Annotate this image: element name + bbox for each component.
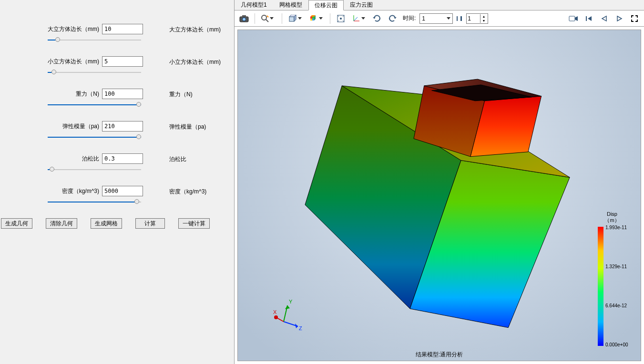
svg-line-5 bbox=[267, 16, 268, 17]
chevron-down-icon bbox=[270, 17, 274, 20]
first-frame-button[interactable] bbox=[582, 12, 595, 25]
frame-spinner[interactable]: ▲ ▼ bbox=[466, 13, 488, 24]
axes-dropdown[interactable] bbox=[349, 12, 368, 25]
legend-unit: （m） bbox=[604, 217, 619, 223]
fit-icon bbox=[337, 14, 345, 23]
tab-mesh[interactable]: 网格模型 bbox=[273, 0, 308, 10]
legend-tick: 6.644e-12 bbox=[605, 303, 627, 308]
svg-rect-17 bbox=[569, 16, 575, 21]
generate-geometry-button[interactable]: 生成几何 bbox=[1, 218, 32, 229]
skip-start-icon bbox=[585, 15, 593, 22]
time-label: 时间: bbox=[403, 14, 416, 22]
svg-line-4 bbox=[266, 20, 268, 22]
density-slider[interactable] bbox=[48, 199, 141, 205]
rotate-ccw-icon bbox=[388, 14, 397, 23]
video-camera-icon bbox=[569, 15, 578, 22]
legend-tick: 0.000e+00 bbox=[605, 342, 628, 347]
svg-point-3 bbox=[262, 15, 266, 20]
play-reverse-icon bbox=[601, 15, 607, 22]
svg-text:X: X bbox=[273, 309, 277, 315]
time-end-button[interactable] bbox=[455, 12, 464, 25]
cube-select-icon bbox=[288, 15, 297, 22]
gravity-slider[interactable] bbox=[48, 102, 141, 108]
expand-icon bbox=[631, 15, 638, 22]
svg-rect-8 bbox=[312, 17, 314, 19]
view-tabs: 几何模型1 网格模型 位移云图 应力云图 bbox=[235, 0, 644, 10]
colormap-dropdown[interactable] bbox=[307, 12, 326, 25]
rotate-ccw-button[interactable] bbox=[386, 12, 399, 25]
poisson-input[interactable] bbox=[102, 153, 143, 164]
small-cube-echo: 小立方体边长（mm) bbox=[169, 58, 221, 66]
calculate-button[interactable]: 计算 bbox=[135, 218, 165, 229]
zoom-dropdown[interactable] bbox=[259, 12, 278, 25]
poisson-slider[interactable] bbox=[48, 167, 141, 172]
rubik-cube-icon bbox=[309, 15, 318, 22]
emod-input[interactable] bbox=[102, 121, 143, 131]
big-cube-slider[interactable] bbox=[48, 37, 141, 43]
chevron-down-icon bbox=[298, 17, 302, 20]
color-legend: Disp（m） 1.993e-11 1.329e-11 6.644e-12 0.… bbox=[593, 211, 631, 346]
parameter-panel: 大立方体边长（mm) 大立方体边长（mm) 小立方体边长（mm) 小立方体边长（… bbox=[0, 0, 234, 364]
clear-geometry-button[interactable]: 清除几何 bbox=[46, 218, 77, 229]
magnifier-icon bbox=[261, 15, 269, 22]
svg-marker-29 bbox=[285, 305, 290, 309]
spin-down-icon[interactable]: ▼ bbox=[480, 19, 487, 23]
density-echo: 密度（kg/m^3) bbox=[169, 188, 206, 196]
chevron-down-icon bbox=[447, 17, 450, 20]
axis-triad-icon: X Y Z bbox=[273, 299, 307, 332]
emod-label: 弹性模量（pa) bbox=[44, 122, 102, 131]
fit-view-button[interactable] bbox=[334, 12, 348, 25]
small-cube-label: 小立方体边长（mm) bbox=[44, 58, 102, 66]
legend-tick: 1.993e-11 bbox=[605, 225, 627, 230]
play-button[interactable] bbox=[613, 12, 626, 25]
record-button[interactable] bbox=[567, 12, 580, 25]
legend-tick: 1.329e-11 bbox=[605, 264, 627, 269]
camera-icon bbox=[239, 15, 249, 22]
poisson-label: 泊松比 bbox=[44, 155, 102, 163]
svg-point-31 bbox=[274, 315, 278, 319]
gravity-label: 重力（N) bbox=[44, 90, 102, 98]
svg-rect-6 bbox=[289, 17, 294, 21]
rotate-cw-icon bbox=[373, 14, 381, 23]
svg-point-12 bbox=[340, 18, 342, 20]
viewer-toolbar: 时间: 1 ▲ ▼ bbox=[235, 10, 644, 27]
viewport-status: 结果模型:通用分析 bbox=[416, 351, 463, 359]
chevron-down-icon bbox=[361, 17, 365, 20]
fullscreen-button[interactable] bbox=[628, 12, 641, 25]
time-select[interactable]: 1 bbox=[419, 13, 453, 24]
step-end-icon bbox=[456, 15, 463, 22]
viewer-panel: 几何模型1 网格模型 位移云图 应力云图 bbox=[234, 0, 644, 364]
play-icon bbox=[616, 15, 623, 22]
big-cube-input[interactable] bbox=[102, 24, 143, 34]
selection-dropdown[interactable] bbox=[286, 12, 305, 25]
tab-geometry[interactable]: 几何模型1 bbox=[235, 0, 273, 10]
svg-text:Y: Y bbox=[289, 299, 293, 304]
gravity-input[interactable] bbox=[102, 89, 143, 99]
svg-rect-18 bbox=[586, 16, 587, 21]
3d-viewport[interactable]: X Y Z Disp（m） 1.993e-11 1.329e-11 6.644e… bbox=[237, 30, 641, 361]
gravity-echo: 重力（N) bbox=[169, 91, 193, 99]
tab-stress[interactable]: 应力云图 bbox=[344, 0, 379, 10]
frame-value[interactable] bbox=[467, 14, 480, 23]
generate-mesh-button[interactable]: 生成网格 bbox=[91, 218, 122, 229]
density-input[interactable] bbox=[102, 186, 143, 196]
svg-rect-16 bbox=[460, 16, 462, 21]
prev-frame-button[interactable] bbox=[597, 12, 611, 25]
big-cube-label: 大立方体边长（mm) bbox=[44, 25, 102, 33]
emod-slider[interactable] bbox=[48, 134, 141, 140]
big-cube-echo: 大立方体边长（mm) bbox=[169, 26, 221, 34]
screenshot-button[interactable] bbox=[237, 12, 251, 25]
time-select-value: 1 bbox=[422, 15, 425, 22]
one-key-calc-button[interactable]: 一键计算 bbox=[178, 218, 210, 229]
chevron-down-icon bbox=[319, 17, 323, 20]
small-cube-input[interactable] bbox=[102, 56, 143, 67]
rotate-cw-button[interactable] bbox=[370, 12, 384, 25]
svg-line-15 bbox=[354, 17, 358, 21]
density-label: 密度（kg/m^3) bbox=[44, 187, 102, 195]
spin-up-icon[interactable]: ▲ bbox=[480, 14, 487, 19]
svg-text:Z: Z bbox=[299, 325, 302, 331]
poisson-echo: 泊松比 bbox=[169, 155, 186, 163]
small-cube-slider[interactable] bbox=[48, 70, 141, 75]
tab-displacement[interactable]: 位移云图 bbox=[308, 0, 344, 10]
svg-rect-9 bbox=[310, 19, 312, 20]
